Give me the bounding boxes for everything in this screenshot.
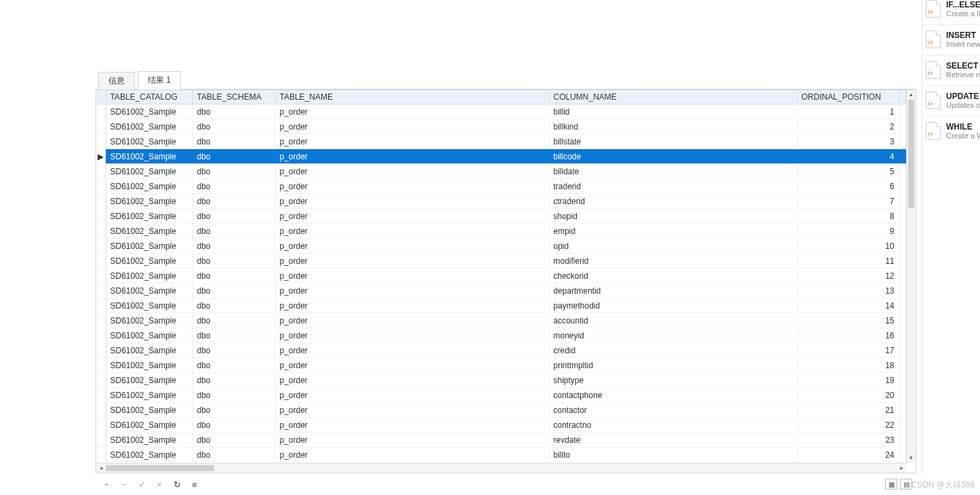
- table-row[interactable]: SD61002_Sampledbop_ordercontactor21: [96, 403, 906, 418]
- cell-table-name[interactable]: p_order: [275, 179, 549, 194]
- cell-table-schema[interactable]: dbo: [192, 298, 275, 313]
- tab-info[interactable]: 信息: [98, 72, 135, 90]
- cell-table-schema[interactable]: dbo: [192, 283, 275, 298]
- table-row[interactable]: SD61002_Sampledbop_ordercheckorid12: [96, 269, 906, 283]
- cell-ordinal-position[interactable]: 12: [797, 269, 899, 283]
- table-row[interactable]: SD61002_Sampledbop_orderpaymethodid14: [96, 298, 906, 313]
- cell-table-schema[interactable]: dbo: [192, 104, 275, 119]
- cell-column-name[interactable]: printtmpltid: [549, 358, 797, 373]
- table-row[interactable]: SD61002_Sampledbop_orderbilldate5: [96, 164, 906, 179]
- cell-table-schema[interactable]: dbo: [192, 328, 275, 343]
- cell-table-catalog[interactable]: SD61002_Sample: [106, 269, 192, 283]
- table-row[interactable]: SD61002_Sampledbop_orderbillstate3: [96, 134, 906, 149]
- cell-ordinal-position[interactable]: 21: [797, 403, 899, 418]
- cell-table-name[interactable]: p_order: [275, 388, 549, 403]
- cell-table-name[interactable]: p_order: [275, 373, 549, 388]
- cell-table-name[interactable]: p_order: [275, 313, 549, 328]
- cell-table-catalog[interactable]: SD61002_Sample: [106, 104, 192, 119]
- cell-ordinal-position[interactable]: 5: [797, 164, 899, 179]
- cell-table-schema[interactable]: dbo: [192, 343, 275, 358]
- cell-table-catalog[interactable]: SD61002_Sample: [106, 448, 192, 462]
- cell-table-schema[interactable]: dbo: [192, 179, 275, 194]
- table-row[interactable]: SD61002_Sampledbop_orderbillid1: [96, 104, 906, 119]
- vertical-scrollbar[interactable]: ▴ ▾: [906, 90, 916, 463]
- cell-ordinal-position[interactable]: 6: [797, 179, 899, 194]
- cell-table-schema[interactable]: dbo: [192, 433, 275, 448]
- cell-table-name[interactable]: p_order: [275, 119, 549, 134]
- cell-table-schema[interactable]: dbo: [192, 373, 275, 388]
- cell-ordinal-position[interactable]: 8: [797, 209, 899, 224]
- cell-table-schema[interactable]: dbo: [192, 224, 275, 239]
- cell-table-catalog[interactable]: SD61002_Sample: [106, 433, 192, 448]
- cell-table-schema[interactable]: dbo: [192, 119, 275, 134]
- cell-table-catalog[interactable]: SD61002_Sample: [106, 418, 192, 433]
- cell-table-catalog[interactable]: SD61002_Sample: [106, 343, 192, 358]
- apply-button[interactable]: ✓: [135, 477, 148, 491]
- cancel-button[interactable]: ×: [152, 477, 166, 491]
- cell-table-name[interactable]: p_order: [275, 298, 549, 313]
- cell-table-name[interactable]: p_order: [275, 343, 549, 358]
- cell-table-schema[interactable]: dbo: [192, 164, 275, 179]
- add-row-button[interactable]: +: [100, 477, 113, 491]
- cell-table-schema[interactable]: dbo: [192, 209, 275, 224]
- cell-column-name[interactable]: billdate: [549, 164, 797, 179]
- cell-ordinal-position[interactable]: 18: [797, 358, 899, 373]
- cell-table-catalog[interactable]: SD61002_Sample: [106, 283, 192, 298]
- cell-column-name[interactable]: accountid: [549, 313, 797, 328]
- stop-button[interactable]: ■: [188, 477, 201, 491]
- vertical-scroll-thumb[interactable]: [908, 100, 914, 208]
- cell-table-catalog[interactable]: SD61002_Sample: [106, 388, 192, 403]
- cell-ordinal-position[interactable]: 15: [797, 313, 899, 328]
- cell-table-name[interactable]: p_order: [275, 194, 549, 209]
- cell-table-catalog[interactable]: SD61002_Sample: [106, 313, 192, 328]
- cell-table-schema[interactable]: dbo: [192, 358, 275, 373]
- scroll-up-icon[interactable]: ▴: [907, 90, 916, 100]
- cell-table-schema[interactable]: dbo: [192, 403, 275, 418]
- table-row[interactable]: SD61002_Sampledbop_ordermodifierid11: [96, 254, 906, 269]
- cell-column-name[interactable]: credid: [549, 343, 797, 358]
- cell-table-catalog[interactable]: SD61002_Sample: [106, 179, 192, 194]
- cell-column-name[interactable]: modifierid: [549, 254, 797, 269]
- cell-table-schema[interactable]: dbo: [192, 134, 275, 149]
- cell-column-name[interactable]: contactor: [549, 403, 797, 418]
- cell-table-name[interactable]: p_order: [275, 403, 549, 418]
- cell-table-schema[interactable]: dbo: [192, 149, 275, 164]
- cell-column-name[interactable]: billstate: [549, 134, 797, 149]
- cell-ordinal-position[interactable]: 22: [797, 418, 899, 433]
- table-row[interactable]: SD61002_Sampledbop_orderprinttmpltid18: [96, 358, 906, 373]
- cell-ordinal-position[interactable]: 13: [797, 283, 899, 298]
- table-row[interactable]: SD61002_Sampledbop_orderdepartmentid13: [96, 283, 906, 298]
- cell-table-catalog[interactable]: SD61002_Sample: [106, 358, 192, 373]
- cell-ordinal-position[interactable]: 7: [797, 194, 899, 209]
- table-row[interactable]: SD61002_Sampledbop_ordercontactphone20: [96, 388, 906, 403]
- cell-table-name[interactable]: p_order: [275, 239, 549, 254]
- cell-table-catalog[interactable]: SD61002_Sample: [106, 209, 192, 224]
- cell-table-schema[interactable]: dbo: [192, 388, 275, 403]
- cell-column-name[interactable]: billcode: [549, 149, 797, 164]
- horizontal-scroll-thumb[interactable]: [106, 465, 214, 471]
- cell-table-catalog[interactable]: SD61002_Sample: [106, 373, 192, 388]
- cell-ordinal-position[interactable]: 11: [797, 254, 899, 269]
- table-row[interactable]: SD61002_Sampledbop_ordershopid8: [96, 209, 906, 224]
- cell-table-catalog[interactable]: SD61002_Sample: [106, 134, 192, 149]
- horizontal-scrollbar[interactable]: ◂ ▸: [96, 463, 906, 473]
- table-row[interactable]: SD61002_Sampledbop_ordertraderid6: [96, 179, 906, 194]
- table-row[interactable]: SD61002_Sampledbop_orderopid10: [96, 239, 906, 254]
- scroll-right-icon[interactable]: ▸: [897, 464, 906, 473]
- cell-table-name[interactable]: p_order: [275, 269, 549, 283]
- cell-table-schema[interactable]: dbo: [192, 269, 275, 283]
- cell-ordinal-position[interactable]: 19: [797, 373, 899, 388]
- cell-column-name[interactable]: departmentid: [549, 283, 797, 298]
- cell-table-catalog[interactable]: SD61002_Sample: [106, 239, 192, 254]
- table-row[interactable]: SD61002_Sampledbop_orderempid9: [96, 224, 906, 239]
- snippet-item[interactable]: ‹›INSERTInsert new: [922, 24, 980, 55]
- cell-column-name[interactable]: moneyid: [549, 328, 797, 343]
- cell-ordinal-position[interactable]: 10: [797, 239, 899, 254]
- cell-table-name[interactable]: p_order: [275, 283, 549, 298]
- cell-table-name[interactable]: p_order: [275, 433, 549, 448]
- cell-column-name[interactable]: revdate: [549, 433, 797, 448]
- cell-table-name[interactable]: p_order: [275, 224, 549, 239]
- cell-column-name[interactable]: paymethodid: [549, 298, 797, 313]
- cell-table-name[interactable]: p_order: [275, 104, 549, 119]
- table-row[interactable]: SD61002_Sampledbop_orderbillkind2: [96, 119, 906, 134]
